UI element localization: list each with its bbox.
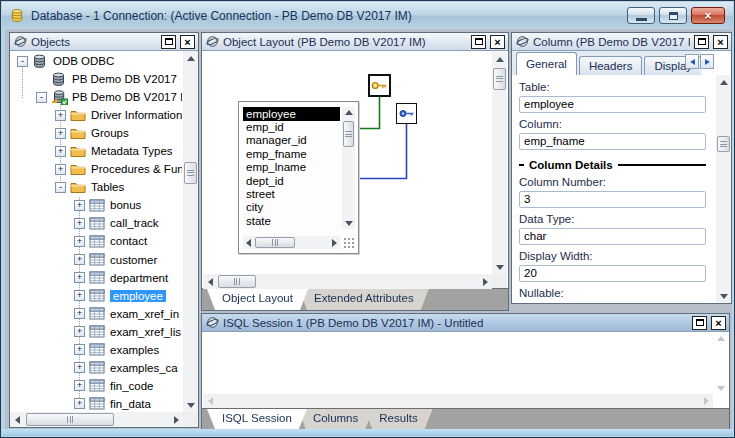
widget-column-item[interactable]: dept_id bbox=[243, 175, 340, 188]
tab-object-layout[interactable]: Object Layout bbox=[207, 289, 308, 310]
widget-vertical-scrollbar[interactable] bbox=[342, 107, 355, 229]
minimize-button[interactable] bbox=[627, 7, 655, 24]
isql-horizontal-scrollbar[interactable] bbox=[203, 394, 713, 408]
widget-horizontal-scrollbar[interactable] bbox=[243, 236, 340, 249]
scroll-left-button[interactable] bbox=[10, 416, 24, 424]
tree-expander[interactable]: + bbox=[74, 362, 85, 373]
scroll-down-button[interactable] bbox=[345, 218, 353, 229]
foreign-key-node[interactable] bbox=[396, 103, 417, 124]
tree-expander[interactable]: + bbox=[74, 236, 85, 247]
column-close-button[interactable]: × bbox=[713, 35, 728, 49]
tree-row-exam-xref-in[interactable]: +exam_xref_in bbox=[11, 305, 182, 323]
isql-vertical-scrollbar[interactable] bbox=[714, 333, 729, 394]
isql-panel-titlebar[interactable]: ISQL Session 1 (PB Demo DB V2017 IM) - U… bbox=[202, 314, 729, 332]
layout-horizontal-scrollbar[interactable] bbox=[203, 274, 492, 289]
scroll-down-button[interactable] bbox=[720, 289, 728, 303]
scroll-left-button[interactable] bbox=[203, 397, 217, 405]
scroll-up-button[interactable] bbox=[496, 52, 504, 66]
tree-expander[interactable]: + bbox=[74, 326, 85, 337]
tree-expander[interactable]: + bbox=[74, 254, 85, 265]
field-column-[interactable]: emp_fname bbox=[519, 133, 706, 150]
widget-column-item[interactable]: manager_id bbox=[243, 134, 340, 147]
tree-expander[interactable]: - bbox=[17, 56, 28, 67]
tab-isql-session[interactable]: ISQL Session bbox=[207, 409, 307, 429]
tree-row-exam-xref-lis[interactable]: +exam_xref_lis bbox=[11, 323, 182, 341]
tab-columns[interactable]: Columns bbox=[298, 409, 373, 429]
objects-vertical-scrollbar[interactable] bbox=[183, 51, 198, 412]
layout-close-button[interactable]: × bbox=[490, 35, 505, 49]
widget-column-item[interactable]: city bbox=[243, 201, 340, 214]
tab-extended-attributes[interactable]: Extended Attributes bbox=[299, 289, 429, 310]
scroll-up-button[interactable] bbox=[720, 75, 728, 89]
tree-row-examples[interactable]: +examples bbox=[11, 341, 182, 359]
tree-expander[interactable]: + bbox=[74, 290, 85, 301]
restore-button[interactable] bbox=[659, 7, 687, 24]
column-panel-titlebar[interactable]: Column (PB Demo DB V2017 IM) - × bbox=[512, 33, 731, 51]
tree-row-employee[interactable]: +employee bbox=[11, 287, 182, 305]
scroll-right-button[interactable] bbox=[329, 239, 340, 247]
tree-expander[interactable]: + bbox=[74, 272, 85, 283]
tree-row-bonus[interactable]: +bonus bbox=[11, 196, 182, 214]
widget-column-item[interactable]: emp_lname bbox=[243, 161, 340, 174]
tree-expander[interactable]: - bbox=[55, 182, 66, 193]
scroll-up-button[interactable] bbox=[187, 51, 195, 65]
scroll-right-button[interactable] bbox=[169, 416, 183, 424]
tree-row-examples-ca[interactable]: +examples_ca bbox=[11, 359, 182, 377]
isql-close-button[interactable]: × bbox=[711, 316, 726, 330]
sql-editor-area[interactable] bbox=[203, 333, 713, 394]
tree-row-contact[interactable]: +contact bbox=[11, 232, 182, 250]
tree-row-department[interactable]: +department bbox=[11, 269, 182, 287]
tab-scroll-right-button[interactable] bbox=[700, 54, 714, 69]
tab-headers[interactable]: Headers bbox=[579, 56, 642, 75]
close-button[interactable]: × bbox=[691, 7, 725, 24]
tree-expander[interactable]: + bbox=[55, 110, 66, 121]
tree-row-driver-information[interactable]: +Driver Information bbox=[11, 106, 182, 124]
scrollbar-thumb[interactable] bbox=[343, 121, 354, 147]
scrollbar-thumb[interactable] bbox=[184, 162, 197, 184]
scroll-down-button[interactable] bbox=[187, 398, 195, 412]
tree-expander[interactable]: + bbox=[74, 398, 85, 409]
tree-row-odb-odbc[interactable]: -ODB ODBC bbox=[11, 52, 182, 70]
tree-row-metadata-types[interactable]: +Metadata Types bbox=[11, 142, 182, 160]
field-display-width-[interactable]: 20 bbox=[519, 265, 706, 282]
tree-row-procedures-functions[interactable]: +Procedures & Functions bbox=[11, 160, 182, 178]
widget-column-item[interactable]: emp_fname bbox=[243, 148, 340, 161]
tree-expander[interactable]: + bbox=[55, 128, 66, 139]
scrollbar-thumb[interactable] bbox=[218, 275, 256, 288]
field-column-number-[interactable]: 3 bbox=[519, 191, 706, 208]
field-table-[interactable]: employee bbox=[519, 96, 706, 113]
layout-maximize-button[interactable] bbox=[471, 35, 486, 49]
resize-grip[interactable] bbox=[342, 236, 355, 249]
tree-expander[interactable]: + bbox=[55, 164, 66, 175]
column-vertical-scrollbar[interactable] bbox=[716, 75, 731, 303]
scroll-right-button[interactable] bbox=[699, 397, 713, 405]
scrollbar-thumb[interactable] bbox=[255, 237, 295, 248]
objects-close-button[interactable]: × bbox=[180, 35, 195, 49]
tree-row-fin-code[interactable]: +fin_code bbox=[11, 377, 182, 395]
widget-column-item[interactable]: state bbox=[243, 215, 340, 228]
employee-table-widget[interactable]: employeeemp_idmanager_idemp_fnameemp_lna… bbox=[238, 101, 359, 254]
tree-expander[interactable]: + bbox=[74, 200, 85, 211]
scroll-left-button[interactable] bbox=[203, 278, 217, 286]
scroll-right-button[interactable] bbox=[478, 278, 492, 286]
objects-horizontal-scrollbar[interactable] bbox=[10, 412, 183, 427]
tree-row-fin-data[interactable]: +fin_data bbox=[11, 395, 182, 411]
tree-expander[interactable]: - bbox=[36, 92, 47, 103]
tree-expander[interactable]: + bbox=[74, 218, 85, 229]
tree-expander[interactable]: + bbox=[74, 344, 85, 355]
widget-column-item[interactable]: emp_id bbox=[243, 121, 340, 134]
widget-column-item[interactable]: street bbox=[243, 188, 340, 201]
tree-row-tables[interactable]: -Tables bbox=[11, 178, 182, 196]
scroll-down-button[interactable] bbox=[496, 260, 504, 274]
layout-vertical-scrollbar[interactable] bbox=[492, 52, 507, 274]
scrollbar-thumb[interactable] bbox=[493, 68, 506, 90]
scrollbar-thumb[interactable] bbox=[717, 136, 730, 152]
tree-expander[interactable]: + bbox=[74, 308, 85, 319]
tree-row-call-track[interactable]: +call_track bbox=[11, 214, 182, 232]
scrollbar-thumb[interactable] bbox=[26, 413, 114, 426]
objects-panel-titlebar[interactable]: Objects × bbox=[10, 33, 198, 51]
tree-row-customer[interactable]: +customer bbox=[11, 251, 182, 269]
column-maximize-button[interactable] bbox=[694, 35, 709, 49]
layout-panel-titlebar[interactable]: Object Layout (PB Demo DB V2017 IM) × bbox=[202, 33, 508, 51]
tree-row-groups[interactable]: +Groups bbox=[11, 124, 182, 142]
